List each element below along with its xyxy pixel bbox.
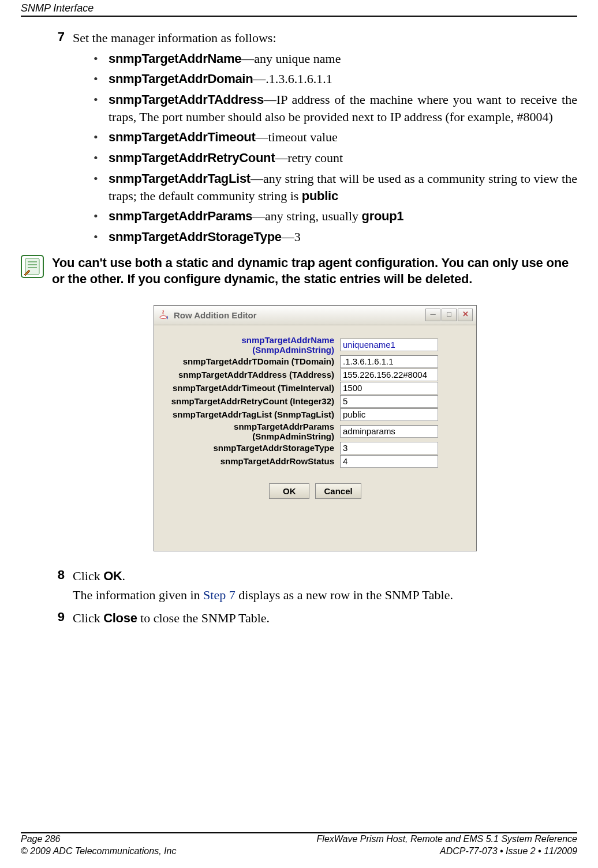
sub-item-body: snmpTargetAddrTimeout—timeout value [109,129,577,146]
form-input[interactable]: adminparams [340,425,438,438]
note-block: You can't use both a static and dynamic … [53,255,577,288]
step-7-intro: Set the manager information as follows: [73,29,577,47]
step-9-num: 9 [53,610,73,627]
sub-item: •snmpTargetAddrDomain—.1.3.6.1.6.1.1 [94,70,577,88]
header-rule [21,16,577,17]
field-name: snmpTargetAddrParams [109,209,252,223]
form-input[interactable]: 3 [340,442,438,454]
sub-item-body: snmpTargetAddrTagList—any string that wi… [109,170,577,204]
svg-point-5 [160,316,167,319]
sub-item: •snmpTargetAddrTagList—any string that w… [94,170,577,204]
form-row: snmpTargetAddrName (SnmpAdminString)uniq… [161,335,469,355]
step-8-num: 8 [53,568,73,604]
sub-item: •snmpTargetAddrName—any unique name [94,50,577,67]
field-name: snmpTargetAddrStorageType [109,230,282,244]
field-name: snmpTargetAddrName [109,51,241,66]
footer-copyright: © 2009 ADC Telecommunications, Inc [21,846,176,858]
dialog-title: Row Addition Editor [174,310,425,320]
footer-doc-id: ADCP-77-073 • Issue 2 • 11/2009 [440,846,577,858]
step-9-c: to close the SNMP Table. [137,611,270,625]
sub-item-body: snmpTargetAddrName—any unique name [109,50,577,67]
ok-label-inline: OK [103,569,122,583]
form-label: snmpTargetAddrRetryCount (Integer32) [161,396,340,406]
sub-item: •snmpTargetAddrTimeout—timeout value [94,129,577,146]
field-desc: —any unique name [241,51,341,66]
field-name: snmpTargetAddrRetryCount [109,151,275,165]
form-label: snmpTargetAddrTagList (SnmpTagList) [161,409,340,419]
footer-page-num: Page 286 [21,833,61,846]
step-8-text-c: . [122,569,126,583]
bullet-icon: • [94,70,109,88]
form-label: snmpTargetAddrName (SnmpAdminString) [161,335,340,355]
step-7-num: 7 [53,29,73,249]
form-input[interactable]: 155.226.156.22#8004 [340,369,438,381]
field-desc: —3 [282,230,301,244]
maximize-icon[interactable]: □ [442,309,457,321]
form-row: snmpTargetAddrStorageType3 [161,442,469,454]
step-7: 7 Set the manager information as follows… [53,29,577,249]
step-8: 8 Click OK. The information given in Ste… [53,568,577,604]
footer-doc-title: FlexWave Prism Host, Remote and EMS 5.1 … [317,833,577,846]
bullet-icon: • [94,149,109,167]
step-9: 9 Click Close to close the SNMP Table. [53,610,577,627]
field-desc: —.1.3.6.1.6.1.1 [253,72,332,86]
field-code: public [302,189,338,203]
form-row: snmpTargetAddrTimeout (TimeInterval)1500 [161,382,469,394]
field-desc: —timeout value [255,130,337,144]
page-header-section: SNMP Interface [21,0,577,16]
bullet-icon: • [94,208,109,225]
bullet-icon: • [94,91,109,125]
form-label: snmpTargetAddrParams (SnmpAdminString) [161,422,340,441]
dialog-titlebar: Row Addition Editor ─ □ ✕ [154,306,476,325]
sub-item: •snmpTargetAddrStorageType—3 [94,228,577,246]
form-input[interactable]: 5 [340,395,438,408]
form-row: snmpTargetAddrRowStatus4 [161,455,469,468]
step-8-line2-a: The information given in [73,588,203,602]
step-9-a: Click [73,611,103,625]
form-label: snmpTargetAddrStorageType [161,443,340,453]
form-row: snmpTargetAddrRetryCount (Integer32)5 [161,395,469,408]
close-icon[interactable]: ✕ [458,309,473,321]
form-row: snmpTargetAddrTagList (SnmpTagList)publi… [161,408,469,421]
page-footer: Page 286 FlexWave Prism Host, Remote and… [21,821,577,858]
form-label: snmpTargetAddrRowStatus [161,456,340,466]
form-row: snmpTargetAddrParams (SnmpAdminString)ad… [161,422,469,441]
form-input[interactable]: uniquename1 [340,339,438,351]
sub-item: •snmpTargetAddrRetryCount—retry count [94,149,577,167]
bullet-icon: • [94,129,109,146]
form-input[interactable]: .1.3.6.1.6.1.1 [340,355,438,368]
minimize-icon[interactable]: ─ [425,309,440,321]
bullet-icon: • [94,228,109,246]
field-name: snmpTargetAddrTimeout [109,130,255,144]
form-input[interactable]: public [340,408,438,421]
close-label-inline: Close [103,611,137,625]
field-name: snmpTargetAddrTAddress [109,92,264,107]
sub-item-body: snmpTargetAddrParams—any string, usually… [109,208,577,225]
bullet-icon: • [94,50,109,67]
form-label: snmpTargetAddrTimeout (TimeInterval) [161,383,340,393]
sub-item-body: snmpTargetAddrDomain—.1.3.6.1.6.1.1 [109,70,577,88]
form-row: snmpTargetAddrTAddress (TAddress)155.226… [161,369,469,381]
form-input[interactable]: 4 [340,455,438,468]
row-addition-editor-dialog: Row Addition Editor ─ □ ✕ snmpTargetAddr… [154,305,477,551]
sub-item-body: snmpTargetAddrStorageType—3 [109,228,577,246]
note-text: You can't use both a static and dynamic … [52,255,577,288]
form-label: snmpTargetAddrTAddress (TAddress) [161,370,340,379]
step-7-link[interactable]: Step 7 [203,588,236,602]
field-name: snmpTargetAddrTagList [109,171,251,186]
ok-button[interactable]: OK [269,483,309,499]
form-input[interactable]: 1500 [340,382,438,394]
field-desc: —any string, usually [252,209,361,223]
sub-item: •snmpTargetAddrParams—any string, usuall… [94,208,577,225]
cancel-button[interactable]: Cancel [315,483,361,499]
sub-item-body: snmpTargetAddrRetryCount—retry count [109,149,577,167]
java-icon [158,309,169,321]
bullet-icon: • [94,170,109,204]
sub-item: •snmpTargetAddrTAddress—IP address of th… [94,91,577,125]
note-icon [21,255,44,278]
form-label: snmpTargetAddrTDomain (TDomain) [161,356,340,366]
field-desc: —retry count [275,151,343,165]
sub-item-body: snmpTargetAddrTAddress—IP address of the… [109,91,577,125]
field-code: group1 [362,209,404,223]
step-8-line2-b: displays as a new row in the SNMP Table. [236,588,453,602]
